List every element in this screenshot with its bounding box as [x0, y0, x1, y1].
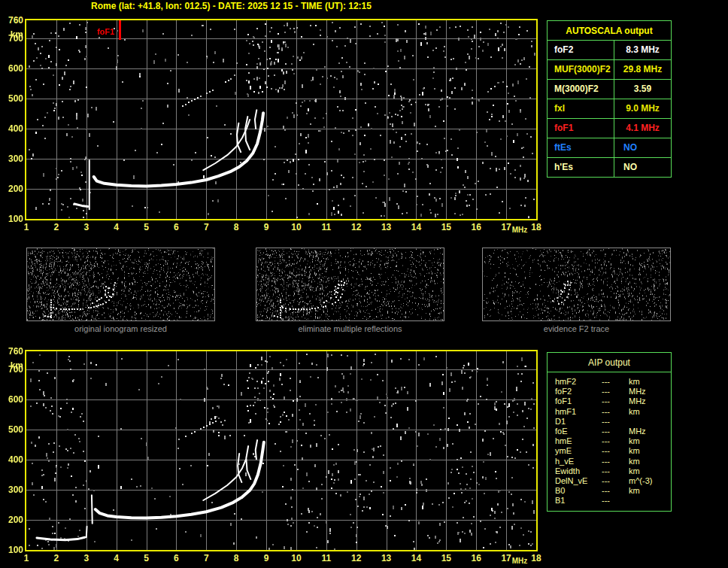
- aip-row-value: ---: [602, 446, 629, 456]
- y-tick-label: 400: [0, 123, 23, 134]
- aip-row-label: B0: [555, 486, 602, 496]
- autoscala-row: ftEsNO: [548, 138, 671, 158]
- aip-row-label: h_vE: [555, 457, 602, 466]
- x-tick-label: 9: [255, 554, 278, 563]
- aip-row: hmF2---km: [555, 377, 671, 387]
- y-tick-label: 600: [0, 63, 23, 74]
- thumbnail-caption: original ionogram resized: [26, 324, 215, 333]
- y-tick-label: 500: [0, 93, 23, 104]
- x-tick-label: 14: [405, 554, 427, 563]
- autoscala-row-value: NO: [614, 138, 671, 157]
- thumbnail-canvas-eliminate: [256, 248, 444, 321]
- aip-row-unit: m^(-3): [629, 476, 671, 486]
- aip-row-unit: MHz: [629, 396, 671, 406]
- autoscala-row-label: fxI: [548, 99, 614, 118]
- y-tick-label: 600: [0, 394, 23, 405]
- aip-row-value: ---: [602, 377, 629, 387]
- aip-row-unit: km: [629, 436, 671, 446]
- x-tick-label: 4: [105, 554, 128, 563]
- aip-row-unit: km: [629, 377, 671, 387]
- aip-row-label: foE: [555, 427, 602, 436]
- thumbnail-original-ionogram: original ionogram resized: [26, 248, 217, 333]
- aip-row: B1---: [555, 496, 671, 506]
- aip-row: ymE---km: [555, 446, 671, 456]
- aip-row-label: foF1: [555, 396, 602, 406]
- aip-row-unit: [629, 417, 671, 427]
- aip-row-unit: km: [629, 407, 671, 417]
- autoscala-row: M(3000)F23.59: [548, 80, 671, 99]
- thumbnail-caption: evidence F2 trace: [482, 324, 671, 333]
- aip-row-value: ---: [602, 476, 629, 486]
- aip-row: foF1---MHz: [555, 396, 671, 406]
- x-tick-label: 16: [465, 223, 487, 232]
- autoscala-row-value: 9.0 MHz: [614, 99, 671, 118]
- x-tick-label: 3: [75, 223, 98, 232]
- x-tick-label: 9: [255, 223, 278, 232]
- thumbnail-evidence-f2: evidence F2 trace: [482, 248, 672, 333]
- x-tick-label: 13: [375, 554, 398, 563]
- foF1-marker-line: [119, 20, 121, 40]
- aip-row-value: ---: [602, 407, 629, 417]
- autoscala-table-title: AUTOSCALA output: [548, 21, 671, 41]
- aip-row: DelN_vE---m^(-3): [555, 476, 671, 486]
- x-tick-label: 2: [45, 554, 68, 563]
- y-tick-label: 760: [0, 346, 23, 357]
- x-tick-label: 4: [105, 223, 128, 232]
- aip-row: D1---: [555, 417, 671, 427]
- autoscala-row-value: 29.8 MHz: [614, 60, 671, 79]
- aip-row-label: D1: [555, 417, 602, 427]
- aip-row-label: ymE: [555, 446, 602, 456]
- x-tick-label: 3: [75, 554, 98, 563]
- autoscala-row-label: MUF(3000)F2: [548, 60, 614, 79]
- aip-row-label: Ewidth: [555, 466, 602, 476]
- ionogram-plot-bottom: 760700600500400300200100km12345678910111…: [0, 346, 543, 568]
- aip-row: foF2---MHz: [555, 387, 671, 396]
- y-axis-unit: km: [0, 29, 23, 40]
- autoscala-row-value: 4.1 MHz: [614, 119, 671, 138]
- autoscala-row-value: 3.59: [614, 80, 671, 99]
- autoscala-row-value: 8.3 MHz: [614, 41, 671, 59]
- x-tick-label: 15: [435, 223, 457, 232]
- y-tick-label: 500: [0, 424, 23, 435]
- x-tick-label: 1: [15, 223, 38, 232]
- autoscala-row-label: foF2: [548, 41, 614, 59]
- x-axis-unit: MHz: [508, 226, 531, 234]
- x-tick-label: 1: [15, 554, 38, 563]
- x-tick-label: 10: [285, 554, 308, 563]
- x-tick-label: 5: [135, 223, 158, 232]
- autoscala-row-label: M(3000)F2: [548, 80, 614, 99]
- autoscala-output-table: AUTOSCALA output foF28.3 MHzMUF(3000)F22…: [547, 20, 672, 178]
- aip-row-label: hmF1: [555, 407, 602, 417]
- ionogram-canvas-bottom: [25, 350, 538, 551]
- autoscala-row: fxI9.0 MHz: [548, 99, 671, 119]
- aip-row: h_vE---km: [555, 457, 671, 466]
- x-tick-label: 7: [195, 554, 217, 563]
- y-tick-label: 400: [0, 454, 23, 465]
- autoscala-row-label: ftEs: [548, 138, 614, 157]
- aip-row: foE---MHz: [555, 427, 671, 436]
- autoscala-row: foF28.3 MHz: [548, 41, 671, 60]
- aip-row-label: hmF2: [555, 377, 602, 387]
- aip-row-unit: km: [629, 486, 671, 496]
- x-tick-label: 5: [135, 554, 158, 563]
- x-tick-label: 7: [195, 223, 217, 232]
- autoscala-window: Rome (lat: +41.8, lon: 012.5) - DATE: 20…: [0, 0, 728, 568]
- thumbnail-eliminate-reflections: eliminate multiple reflections: [256, 248, 446, 333]
- aip-row-value: ---: [602, 496, 629, 506]
- x-tick-label: 6: [165, 554, 187, 563]
- aip-row-label: B1: [555, 496, 602, 506]
- aip-row-value: ---: [602, 436, 629, 446]
- x-tick-label: 10: [285, 223, 308, 232]
- aip-row-value: ---: [602, 417, 629, 427]
- aip-table-title: AIP output: [548, 353, 671, 372]
- x-tick-label: 6: [165, 223, 187, 232]
- y-tick-label: 300: [0, 153, 23, 164]
- x-tick-label: 11: [315, 554, 338, 563]
- aip-row: B0---km: [555, 486, 671, 496]
- x-tick-label: 13: [375, 223, 398, 232]
- autoscala-row: foF14.1 MHz: [548, 119, 671, 138]
- thumbnail-canvas-evidence: [482, 248, 671, 321]
- autoscala-row-value: NO: [614, 158, 671, 177]
- autoscala-row: MUF(3000)F229.8 MHz: [548, 60, 671, 80]
- x-tick-label: 12: [345, 223, 368, 232]
